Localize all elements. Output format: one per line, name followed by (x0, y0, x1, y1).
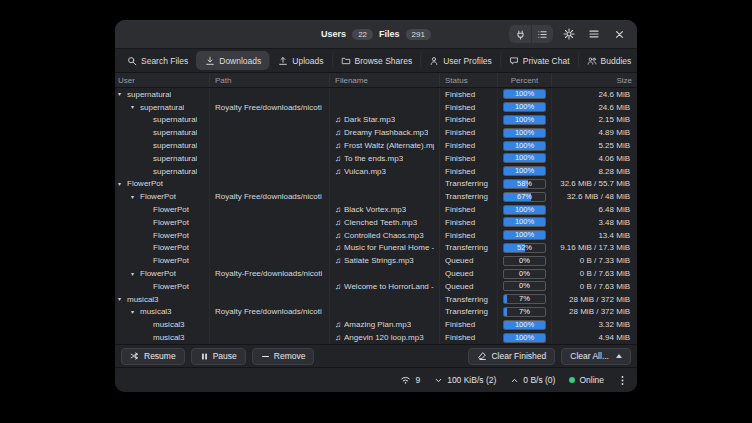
kebab-menu-icon[interactable] (618, 375, 627, 386)
folder-icon (341, 56, 351, 66)
user-cell: supernatural (115, 114, 210, 127)
table-row[interactable]: ▾ FlowerPot Royalty-Free/downloads/nicot… (115, 267, 637, 280)
progress-label: 0% (504, 270, 545, 279)
menu-icon[interactable] (585, 25, 603, 43)
table-row[interactable]: FlowerPot ♫ Clenched Teeth.mp3 Finished … (115, 216, 637, 229)
upload-speed[interactable]: 0 B/s (0) (510, 375, 555, 385)
progress-label: 100% (504, 206, 545, 215)
clear-finished-button[interactable]: Clear Finished (468, 348, 555, 365)
size-cell: 24.6 MiB (552, 101, 637, 114)
chat-bubble-icon (509, 56, 519, 66)
tab-uploads[interactable]: Uploads (269, 51, 331, 70)
column-header-filename[interactable]: Filename (330, 73, 440, 87)
online-status[interactable]: Online (569, 375, 604, 385)
table-row[interactable]: supernatural ♫ Dark Star.mp3 Finished 10… (115, 114, 637, 127)
table-row[interactable]: supernatural ♫ Vulcan.mp3 Finished 100% … (115, 165, 637, 178)
tab-user-profiles[interactable]: User Profiles (420, 51, 500, 70)
path-cell (210, 331, 330, 344)
table-row[interactable]: FlowerPot ♫ Welcome to HorrorLand - hi.m… (115, 280, 637, 293)
download-speed[interactable]: 100 KiB/s (2) (434, 375, 496, 385)
progress-label: 100% (504, 167, 545, 176)
tab-label: Search Files (141, 56, 188, 66)
expander-icon[interactable]: ▾ (118, 181, 127, 187)
size-cell: 0 B / 7.63 MiB (552, 267, 637, 280)
percent-cell: 0% (498, 254, 552, 267)
pause-button[interactable]: Pause (191, 348, 246, 365)
table-row[interactable]: musical3 ♫ Angevin 120 loop.mp3 Finished… (115, 331, 637, 344)
tab-search-files[interactable]: Search Files (119, 51, 196, 70)
user-cell: FlowerPot (115, 254, 210, 267)
gear-icon[interactable] (560, 25, 578, 43)
expander-icon[interactable]: ▾ (131, 194, 140, 200)
table-row[interactable]: ▾ musical3 Royalty Free/downloads/nicoti… (115, 306, 637, 319)
resume-icon (130, 351, 140, 361)
connections-count: 9 (415, 375, 420, 385)
user-name: supernatural (153, 115, 197, 124)
remove-label: Remove (274, 351, 306, 361)
column-header-user[interactable]: User (115, 73, 210, 87)
connect-icon[interactable] (509, 25, 531, 43)
table-row[interactable]: FlowerPot ♫ Black Vortex.mp3 Finished 10… (115, 203, 637, 216)
table-row[interactable]: musical3 ♫ Amazing Plan.mp3 Finished 100… (115, 318, 637, 331)
progress-bar: 100% (503, 333, 546, 343)
table-row[interactable]: supernatural ♫ Frost Waltz (Alternate).m… (115, 139, 637, 152)
remove-button[interactable]: Remove (252, 348, 315, 365)
table-row[interactable]: FlowerPot ♫ Music for Funeral Home - Par… (115, 242, 637, 255)
clear-all-button[interactable]: Clear All... (561, 348, 631, 365)
expander-icon[interactable]: ▾ (118, 91, 127, 97)
progress-label: 100% (504, 142, 545, 151)
status-cell: Transferring (440, 190, 498, 203)
column-header-percent[interactable]: Percent (498, 73, 552, 87)
table-row[interactable]: FlowerPot ♫ Satiate Strings.mp3 Queued 0… (115, 254, 637, 267)
filename-cell (330, 190, 440, 203)
table-row[interactable]: ▾ supernatural Royalty Free/downloads/ni… (115, 101, 637, 114)
table-row[interactable]: ▾ musical3 Transferring 7% 28 MiB / 372 … (115, 293, 637, 306)
filename-text: To the ends.mp3 (344, 154, 403, 163)
table-row[interactable]: supernatural ♫ To the ends.mp3 Finished … (115, 152, 637, 165)
path-cell: Royalty Free/downloads/nicoti (210, 190, 330, 203)
user-cell: ▾ FlowerPot (115, 267, 210, 280)
connections-indicator[interactable]: 9 (400, 375, 420, 385)
progress-bar: 0% (503, 256, 546, 266)
path-cell (210, 178, 330, 191)
chevron-down-icon (434, 376, 443, 385)
column-header-path[interactable]: Path (210, 73, 330, 87)
progress-bar: 100% (503, 102, 546, 112)
percent-cell: 100% (498, 229, 552, 242)
wifi-icon (400, 375, 411, 385)
path-cell (210, 88, 330, 101)
column-header-status[interactable]: Status (440, 73, 498, 87)
expander-icon[interactable]: ▾ (131, 309, 140, 315)
expander-icon[interactable]: ▾ (118, 296, 127, 302)
table-row[interactable]: ▾ FlowerPot Transferring 58% 32.6 MiB / … (115, 178, 637, 191)
table-row[interactable]: FlowerPot ♫ Controlled Chaos.mp3 Finishe… (115, 229, 637, 242)
table-row[interactable]: ▾ supernatural Finished 100% 24.6 MiB (115, 88, 637, 101)
percent-cell: 67% (498, 190, 552, 203)
user-name: musical3 (153, 333, 185, 342)
status-bar: 9 100 KiB/s (2) 0 B/s (0) Online (115, 367, 637, 392)
path-cell (210, 293, 330, 306)
clear-finished-icon (477, 351, 487, 361)
percent-cell: 100% (498, 216, 552, 229)
expander-icon[interactable]: ▾ (131, 104, 140, 110)
room-list-icon[interactable] (531, 25, 553, 43)
size-cell: 28 MiB / 372 MiB (552, 293, 637, 306)
tab-downloads[interactable]: Downloads (196, 51, 269, 70)
expander-icon[interactable]: ▾ (131, 271, 140, 277)
tab-private-chat[interactable]: Private Chat (500, 51, 578, 70)
tab-browse-shares[interactable]: Browse Shares (332, 51, 421, 70)
progress-label: 0% (504, 282, 545, 291)
percent-cell: 0% (498, 267, 552, 280)
status-cell: Finished (440, 331, 498, 344)
resume-button[interactable]: Resume (121, 348, 185, 365)
progress-bar: 100% (503, 205, 546, 215)
path-cell (210, 114, 330, 127)
table-row[interactable]: supernatural ♫ Dreamy Flashback.mp3 Fini… (115, 126, 637, 139)
close-icon[interactable] (610, 25, 628, 43)
transfer-rows: ▾ supernatural Finished 100% 24.6 MiB ▾ … (115, 88, 637, 344)
online-dot (569, 377, 575, 383)
tab-buddies[interactable]: Buddies (578, 51, 637, 70)
column-header-size[interactable]: Size (552, 73, 637, 87)
music-note-icon: ♫ (335, 256, 341, 265)
table-row[interactable]: ▾ FlowerPot Royalty Free/downloads/nicot… (115, 190, 637, 203)
